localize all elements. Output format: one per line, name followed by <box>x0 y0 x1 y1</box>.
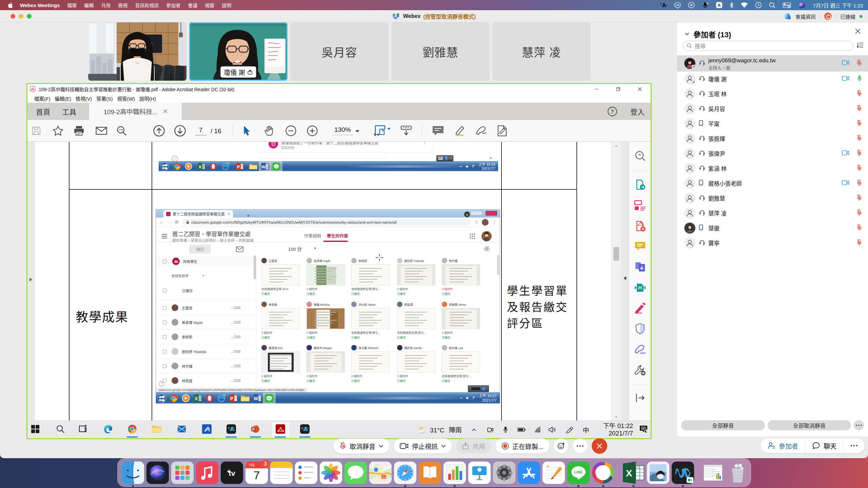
participant-row[interactable]: 慧萍 凌 <box>677 206 868 221</box>
participant-row[interactable]: 芊甯 <box>677 116 868 131</box>
tab-close-icon[interactable] <box>163 109 167 114</box>
tray-wifi-icon[interactable] <box>534 426 541 433</box>
camera-on-icon[interactable] <box>842 150 849 157</box>
create-pdf-icon[interactable] <box>634 220 646 233</box>
menubar-menu-item[interactable]: 參加者 <box>166 2 180 8</box>
select-tool-icon[interactable] <box>243 125 251 136</box>
tray-battery-icon[interactable] <box>517 427 526 432</box>
unmute-all-button[interactable]: 全部取消靜音 <box>768 420 851 430</box>
video-thumbnail-teacher[interactable]: 瓊儀 謝 <box>189 22 288 81</box>
webex-status-icon[interactable] <box>660 2 667 8</box>
submission-card[interactable]: 陳亮均 Megan 2 個附件 已繳交 <box>307 345 345 387</box>
menubar-menu-item[interactable]: 說明 <box>222 2 231 8</box>
chevron-down-icon[interactable] <box>379 445 383 448</box>
dock-settings-icon[interactable] <box>493 462 515 484</box>
checkbox[interactable] <box>163 306 166 310</box>
menubar-menu-item[interactable]: 音訊和視訊 <box>135 2 159 8</box>
student-row[interactable]: 林思道 .../100 <box>156 373 256 388</box>
submission-card[interactable]: 洪士剴 Jason 老師晨讀學習單(學生... 已繳交 <box>351 302 390 344</box>
taskbar-acrobat-icon[interactable] <box>276 424 285 435</box>
taskbar-webex-icon[interactable] <box>300 424 310 435</box>
line-status-icon[interactable]: LINE <box>674 2 681 8</box>
mic-active-icon[interactable] <box>857 75 862 83</box>
camera-on-icon[interactable] <box>842 60 849 67</box>
chevron-down-icon[interactable] <box>441 445 446 448</box>
dock-excel-icon[interactable]: X <box>622 462 645 484</box>
tab-student-work[interactable]: 學生的作業 <box>327 232 348 239</box>
combine-files-icon[interactable] <box>634 261 646 274</box>
participant-row[interactable]: 紫涵 林 <box>677 161 868 176</box>
signature-icon[interactable] <box>634 344 647 356</box>
dock-photos-icon[interactable] <box>320 462 342 484</box>
spotlight-icon[interactable] <box>769 2 775 8</box>
dock-line-icon[interactable]: LINE <box>567 462 590 484</box>
video-tile-named[interactable]: 劉雅慧 <box>391 22 490 81</box>
hamburger-icon[interactable] <box>161 234 167 239</box>
control-center-icon[interactable] <box>783 2 791 8</box>
page-fit-icon[interactable] <box>374 125 387 137</box>
dock-webex-icon[interactable] <box>672 462 694 484</box>
participant-row[interactable]: 葳格小張老師 <box>677 176 868 191</box>
tray-ime-label[interactable]: 中 <box>583 425 589 434</box>
sign-icon[interactable] <box>475 125 488 136</box>
help-icon[interactable]: ? <box>607 106 617 117</box>
more-tools-icon[interactable] <box>634 364 646 377</box>
share-button[interactable]: 共用 <box>456 439 491 453</box>
submission-card[interactable]: 孫子媛 Shizumi 2 個附件 已繳交 <box>351 345 390 387</box>
submission-card[interactable]: 廖庭澤 老師晨讀學習單(學生... 已繳交 <box>397 302 435 344</box>
submission-card[interactable]: 林宇婕 3 個附件 已繳交 <box>442 258 480 300</box>
save-icon[interactable] <box>31 126 41 136</box>
mic-muted-icon[interactable] <box>856 135 862 143</box>
recording-badge-icon[interactable] <box>824 13 832 20</box>
expand-left-panel-icon[interactable] <box>29 277 33 282</box>
mic-muted-icon[interactable] <box>856 180 862 187</box>
apps-grid-icon[interactable] <box>469 233 475 239</box>
mic-muted-icon[interactable] <box>856 239 862 247</box>
mic-muted-icon[interactable] <box>856 90 862 98</box>
apple-logo-icon[interactable] <box>8 2 13 8</box>
protect-pdf-icon[interactable] <box>635 323 645 336</box>
dock-appstore-icon[interactable] <box>518 462 540 484</box>
participant-row[interactable]: 張振煇 <box>677 131 868 146</box>
acrobat-menu-item[interactable]: 檢視(V) <box>76 95 92 102</box>
wifi-icon[interactable] <box>741 2 748 8</box>
action-center-icon[interactable] <box>639 425 648 434</box>
menubar-menu-item[interactable]: 共用 <box>101 2 111 8</box>
dock-appletv-icon[interactable]: tv <box>221 462 243 484</box>
tray-mic-icon[interactable] <box>503 426 508 433</box>
taskbar-mail-icon[interactable] <box>177 425 186 434</box>
acrobat-minimize-button[interactable] <box>586 84 607 94</box>
all-students-row[interactable]: 所有學生 <box>156 256 256 266</box>
settings-gear-icon[interactable] <box>484 245 490 252</box>
student-row[interactable]: 謝欣妤 Yolanda .../100 <box>156 344 256 359</box>
page-up-icon[interactable] <box>153 125 165 137</box>
reactions-button[interactable] <box>554 439 569 453</box>
menubar-menu-item[interactable]: 檔案 <box>67 2 77 8</box>
submission-card[interactable]: 陳儀 Monica 2 個附件 已繳交 <box>307 302 345 344</box>
checkbox[interactable] <box>163 289 166 292</box>
dock-trash-icon[interactable] <box>727 462 749 484</box>
scrolling-mode-icon[interactable] <box>400 125 412 137</box>
dock-pages-icon[interactable]: “ <box>542 462 565 484</box>
mute-all-button[interactable]: 全部靜音 <box>681 420 765 430</box>
taskbar-chrome-icon[interactable] <box>127 424 137 435</box>
recording-button[interactable]: 正在錄製... <box>495 439 550 453</box>
submission-card[interactable]: 楊舒安 Sandy 3 個附件 已繳交 <box>397 345 435 387</box>
zoom-caret-icon[interactable] <box>355 129 360 133</box>
acrobat-menu-item[interactable]: 編輯(E) <box>55 95 71 102</box>
menubar-menu-item[interactable]: 編輯 <box>84 2 94 8</box>
taskbar-powerpoint-icon[interactable]: P <box>251 424 260 435</box>
checkbox[interactable] <box>163 364 166 368</box>
video-tile-named[interactable]: 吳月容 <box>290 22 389 81</box>
participant-row[interactable]: 劉雅慧 <box>677 191 868 206</box>
submission-card[interactable]: 吳承樺 Hayle 2 個附件 已繳交 <box>307 258 345 300</box>
dock-books-icon[interactable] <box>419 462 441 484</box>
return-button[interactable]: 傳回 <box>189 245 211 254</box>
dock-maps-icon[interactable]: 280 <box>369 462 392 484</box>
taskbar-start-icon[interactable] <box>31 425 40 435</box>
submission-card[interactable]: 陳昱愷 Eric 2 個附件 已繳交 <box>261 345 300 387</box>
more-options-icon[interactable]: ⋮ <box>422 142 427 145</box>
student-row[interactable]: 李妍熙 .../100 <box>156 329 256 344</box>
forward-icon[interactable]: → <box>167 220 172 225</box>
zoom-level-value[interactable]: 130% <box>332 126 353 135</box>
